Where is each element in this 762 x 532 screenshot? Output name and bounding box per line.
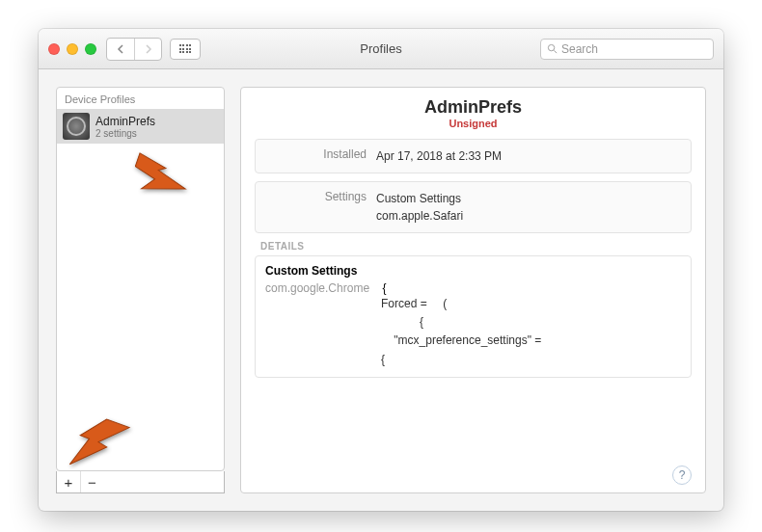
search-icon — [547, 43, 558, 54]
svg-line-1 — [554, 50, 557, 53]
installed-row: Installed Apr 17, 2018 at 2:33 PM — [255, 139, 692, 173]
settings-value-1: Custom Settings — [376, 190, 463, 207]
annotation-arrow-addremove — [68, 414, 135, 482]
minimize-icon[interactable] — [67, 43, 78, 55]
details-box: Custom Settings com.google.Chrome { Forc… — [255, 255, 692, 378]
installed-value: Apr 17, 2018 at 2:33 PM — [376, 147, 502, 165]
custom-settings-label: Custom Settings — [265, 264, 681, 278]
domain-line: com.google.Chrome { — [265, 281, 681, 295]
settings-label: Settings — [265, 190, 367, 225]
settings-value-2: com.apple.Safari — [376, 207, 463, 225]
annotation-arrow-profile — [135, 140, 193, 198]
close-icon[interactable] — [48, 43, 60, 55]
profile-item-text: AdminPrefs 2 settings — [95, 115, 155, 139]
window-controls — [48, 43, 96, 55]
titlebar: Profiles Search — [39, 29, 723, 69]
gear-icon — [63, 113, 90, 140]
settings-value: Custom Settings com.apple.Safari — [376, 190, 463, 225]
grid-icon — [179, 44, 192, 53]
help-button[interactable]: ? — [672, 466, 692, 485]
settings-row: Settings Custom Settings com.apple.Safar… — [255, 181, 692, 233]
preferences-window: Profiles Search Device Profiles AdminPre… — [39, 29, 723, 511]
back-button[interactable] — [107, 39, 134, 60]
code-block: Forced = ( { "mcx_preference_settings" =… — [381, 295, 681, 369]
installed-label: Installed — [265, 147, 367, 165]
profile-item-sub: 2 settings — [95, 128, 155, 139]
detail-status: Unsigned — [255, 118, 692, 129]
code-brace-open: { — [382, 281, 386, 295]
profile-item-name: AdminPrefs — [95, 115, 155, 128]
search-input[interactable]: Search — [540, 39, 714, 60]
details-header: DETAILS — [260, 241, 692, 252]
detail-title: AdminPrefs — [255, 97, 692, 118]
detail-panel: AdminPrefs Unsigned Installed Apr 17, 20… — [240, 87, 706, 493]
forward-button[interactable] — [134, 39, 161, 60]
show-all-button[interactable] — [170, 39, 201, 60]
nav-back-forward — [106, 38, 162, 61]
content-area: Device Profiles AdminPrefs 2 settings + … — [39, 69, 723, 511]
svg-point-0 — [548, 44, 554, 50]
section-label: Device Profiles — [57, 88, 224, 109]
zoom-icon[interactable] — [85, 43, 96, 55]
page-title: Profiles — [360, 41, 401, 56]
search-placeholder: Search — [561, 42, 598, 56]
domain-text: com.google.Chrome — [265, 281, 369, 295]
profile-item-adminprefs[interactable]: AdminPrefs 2 settings — [57, 109, 224, 144]
